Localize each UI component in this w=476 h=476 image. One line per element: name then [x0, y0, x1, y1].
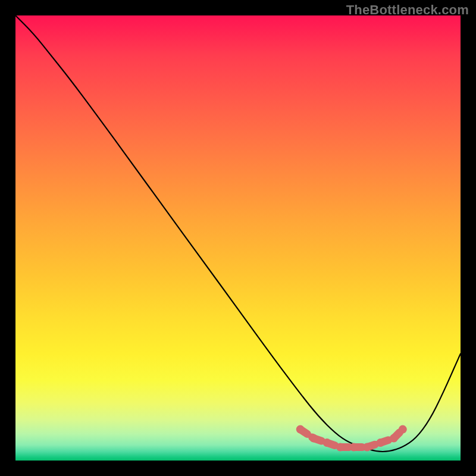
optimal-range-dots — [296, 425, 407, 452]
dot — [350, 443, 358, 452]
dot — [296, 425, 305, 434]
dot — [309, 434, 318, 443]
curve-svg — [15, 15, 461, 461]
dot — [390, 434, 398, 443]
chart-frame: TheBottleneck.com — [0, 0, 476, 476]
dot — [363, 443, 371, 452]
dot — [399, 425, 407, 434]
dot — [323, 439, 331, 447]
bottleneck-curve-path — [15, 15, 461, 452]
dot — [376, 439, 384, 447]
plot-area — [15, 15, 461, 461]
dot — [336, 443, 345, 452]
